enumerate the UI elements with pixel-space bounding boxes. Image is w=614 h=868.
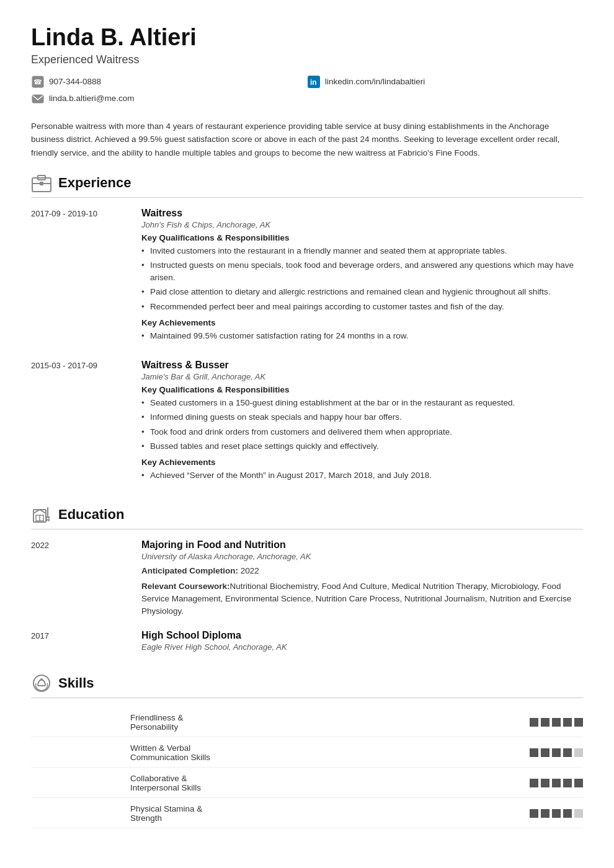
education-title: Education	[58, 507, 124, 523]
achievements-label-1: Key Achievements	[141, 318, 583, 327]
skill-row-0: Friendliness & Personability	[31, 708, 583, 737]
skill-dot-1-4	[574, 748, 583, 757]
skill-dots-2	[530, 779, 583, 787]
qualifications-list-1: Invited customers into the restaurant in…	[141, 245, 583, 313]
education-content-1: Majoring in Food and Nutrition Universit…	[141, 539, 583, 618]
email-address: linda.b.altieri@me.com	[49, 94, 135, 103]
skill-dot-3-0	[530, 809, 538, 818]
header: Linda B. Altieri Experienced Waitress ☎ …	[31, 25, 583, 108]
skill-name-1: Written & Verbal Communication Skills	[31, 743, 217, 762]
svg-text:in: in	[310, 78, 317, 87]
email-icon	[31, 92, 45, 105]
qualification-2-4: Bussed tables and reset place settings q…	[141, 440, 583, 453]
skill-dots-1	[530, 748, 583, 757]
qualification-1-2: Instructed guests on menu specials, took…	[141, 259, 583, 285]
phone-icon: ☎	[31, 75, 45, 89]
svg-text:☎: ☎	[33, 78, 42, 86]
experience-date-1: 2017-09 - 2019-10	[31, 208, 130, 348]
experience-section: Experience 2017-09 - 2019-10 Waitress Jo…	[31, 172, 583, 487]
skill-name-2: Collaborative & Interpersonal Skills	[31, 774, 217, 792]
education-degree-2: High School Diploma	[141, 630, 583, 641]
linkedin-contact: in linkedin.com/in/lindabaltieri	[307, 75, 583, 89]
candidate-title: Experienced Waitress	[31, 53, 583, 66]
skill-dot-3-4	[574, 809, 583, 818]
experience-title: Experience	[58, 175, 131, 191]
experience-entry-2: 2015-03 - 2017-09 Waitress & Busser Jami…	[31, 360, 583, 487]
skills-title: Skills	[58, 675, 94, 691]
skill-dot-2-1	[541, 779, 549, 787]
education-icon	[31, 504, 52, 525]
anticipated-label: Anticipated Completion:	[141, 566, 238, 575]
anticipated-value: 2022	[238, 566, 259, 575]
phone-contact: ☎ 907-344-0888	[31, 75, 307, 89]
education-entry-2: 2017 High School Diploma Eagle River Hig…	[31, 630, 583, 655]
linkedin-url: linkedin.com/in/lindabaltieri	[325, 77, 425, 86]
skills-list: Friendliness & PersonabilityWritten & Ve…	[31, 708, 583, 828]
qualification-1-3: Paid close attention to dietary and alle…	[141, 286, 583, 298]
experience-company-1: John's Fish & Chips, Anchorage, AK	[141, 220, 583, 229]
skill-dot-3-2	[552, 809, 561, 818]
qualifications-label-2: Key Qualifications & Responsibilities	[141, 385, 583, 394]
experience-content-1: Waitress John's Fish & Chips, Anchorage,…	[141, 208, 583, 348]
skill-dot-1-2	[552, 748, 561, 757]
candidate-name: Linda B. Altieri	[31, 25, 583, 51]
skills-section: Skills Friendliness & PersonabilityWritt…	[31, 673, 583, 828]
achievements-list-2: Achieved “Server of the Month” in August…	[141, 469, 583, 482]
education-section: Education 2022 Majoring in Food and Nutr…	[31, 504, 583, 655]
linkedin-icon: in	[307, 75, 321, 89]
svg-rect-8	[40, 182, 43, 185]
achievements-label-2: Key Achievements	[141, 458, 583, 467]
phone-number: 907-344-0888	[49, 77, 101, 86]
skill-dot-1-1	[541, 748, 549, 757]
qualification-2-1: Seated customers in a 150-guest dining e…	[141, 397, 583, 409]
education-section-header: Education	[31, 504, 583, 529]
achievements-list-1: Maintained 99.5% customer satisfaction r…	[141, 330, 583, 342]
skill-dots-3	[530, 809, 583, 818]
qualification-2-2: Informed dining guests on steak specials…	[141, 411, 583, 423]
skill-row-1: Written & Verbal Communication Skills	[31, 738, 583, 768]
skill-dot-0-3	[563, 718, 572, 727]
qualifications-label-1: Key Qualifications & Responsibilities	[141, 233, 583, 242]
skill-name-3: Physical Stamina & Strength	[31, 804, 217, 823]
education-content-2: High School Diploma Eagle River High Sch…	[141, 630, 583, 655]
coursework-text: Relevant Coursework:Nutritional Biochemi…	[141, 580, 583, 618]
skill-dot-0-1	[541, 718, 549, 727]
skill-dot-3-3	[563, 809, 572, 818]
experience-date-2: 2015-03 - 2017-09	[31, 360, 130, 487]
coursework-label: Relevant Coursework:	[141, 582, 230, 591]
anticipated-completion: Anticipated Completion: 2022	[141, 565, 583, 577]
experience-entry-1: 2017-09 - 2019-10 Waitress John's Fish &…	[31, 208, 583, 348]
qualification-1-4: Recommended perfect beer and meal pairin…	[141, 301, 583, 313]
education-degree-1: Majoring in Food and Nutrition	[141, 539, 583, 551]
skills-icon	[31, 673, 52, 694]
skill-dot-2-3	[563, 779, 572, 787]
education-date-1: 2022	[31, 539, 130, 618]
experience-job-title-1: Waitress	[141, 208, 583, 219]
achievement-1-1: Maintained 99.5% customer satisfaction r…	[141, 330, 583, 342]
skills-section-header: Skills	[31, 673, 583, 698]
education-school-2: Eagle River High School, Anchorage, AK	[141, 642, 583, 652]
experience-content-2: Waitress & Busser Jamie's Bar & Grill, A…	[141, 360, 583, 487]
education-school-1: University of Alaska Anchorage, Anchorag…	[141, 552, 583, 561]
summary-text: Personable waitress with more than 4 yea…	[31, 120, 583, 160]
achievement-2-1: Achieved “Server of the Month” in August…	[141, 469, 583, 482]
qualifications-list-2: Seated customers in a 150-guest dining e…	[141, 397, 583, 453]
skill-row-3: Physical Stamina & Strength	[31, 799, 583, 828]
svg-point-13	[40, 678, 43, 681]
email-contact: linda.b.altieri@me.com	[31, 92, 307, 105]
skill-dot-0-2	[552, 718, 561, 727]
qualification-2-3: Took food and drink orders from customer…	[141, 426, 583, 438]
skill-dot-1-0	[530, 748, 538, 757]
skill-dot-3-1	[541, 809, 549, 818]
qualification-1-1: Invited customers into the restaurant in…	[141, 245, 583, 257]
skill-dot-0-0	[530, 718, 538, 727]
skill-name-0: Friendliness & Personability	[31, 713, 217, 732]
experience-icon	[31, 172, 52, 193]
experience-job-title-2: Waitress & Busser	[141, 360, 583, 371]
experience-section-header: Experience	[31, 172, 583, 198]
skill-dot-0-4	[574, 718, 583, 727]
education-date-2: 2017	[31, 630, 130, 655]
education-entry-1: 2022 Majoring in Food and Nutrition Univ…	[31, 539, 583, 618]
skill-row-2: Collaborative & Interpersonal Skills	[31, 769, 583, 798]
skill-dot-2-0	[530, 779, 538, 787]
